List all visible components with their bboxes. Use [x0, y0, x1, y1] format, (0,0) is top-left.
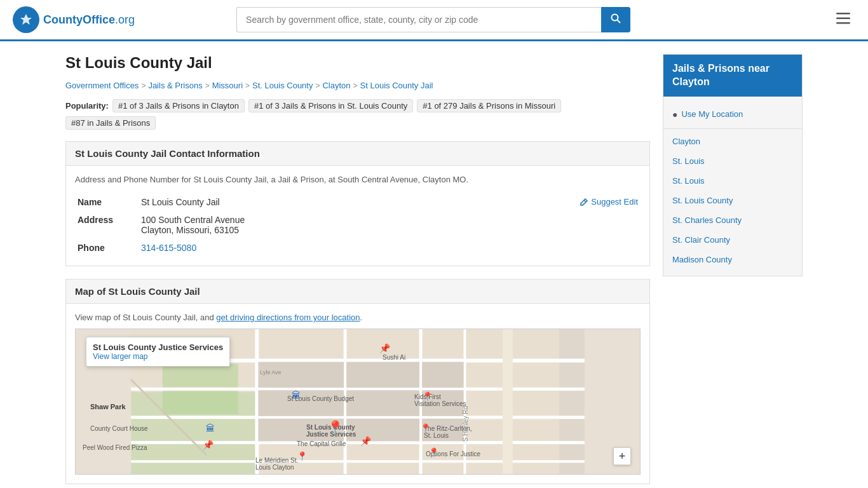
- phone-value: 314-615-5080: [139, 239, 641, 257]
- menu-button[interactable]: [831, 9, 855, 30]
- map-zoom-in-button[interactable]: +: [613, 447, 631, 465]
- contact-section: St Louis County Jail Contact Information…: [65, 141, 650, 266]
- breadcrumb-link-clayton[interactable]: Clayton: [322, 81, 350, 90]
- breadcrumb: Government Offices > Jails & Prisons > M…: [65, 81, 650, 90]
- map-intro: View map of St Louis County Jail, and ge…: [75, 313, 641, 322]
- sushi-ai-label: Sushi Ai: [381, 353, 407, 362]
- map-container[interactable]: Lyle Ave St Louis County Justice Service…: [75, 329, 641, 475]
- popularity-label: Popularity:: [65, 101, 109, 111]
- svg-point-2: [612, 15, 618, 21]
- map-section-header: Map of St Louis County Jail: [66, 280, 649, 304]
- svg-rect-31: [422, 362, 463, 388]
- main-content: St Louis County Jail Government Offices …: [65, 54, 650, 488]
- table-row-name: Name St Louis County Jail Suggest Edit: [75, 193, 641, 211]
- breadcrumb-link-jails[interactable]: Jails & Prisons: [148, 81, 202, 90]
- contact-section-header: St Louis County Jail Contact Information: [66, 142, 649, 166]
- page-title: St Louis County Jail: [65, 54, 650, 72]
- sidebar-link-stl-county[interactable]: St. Louis County: [663, 191, 802, 210]
- breadcrumb-link-missouri[interactable]: Missouri: [212, 81, 243, 90]
- svg-line-3: [618, 20, 621, 24]
- bc-sep: >: [245, 81, 250, 90]
- breadcrumb-link-stl-county[interactable]: St. Louis County: [252, 81, 313, 90]
- sidebar-body: ● Use My Location Clayton St. Louis St. …: [663, 97, 802, 276]
- breadcrumb-link-jail[interactable]: St Louis County Jail: [360, 81, 433, 90]
- breadcrumb-link-gov-offices[interactable]: Government Offices: [65, 81, 139, 90]
- svg-rect-11: [559, 329, 585, 474]
- table-row-address: Address 100 South Central Avenue Clayton…: [75, 211, 641, 239]
- logo[interactable]: CountyOffice.org: [13, 6, 135, 33]
- svg-line-7: [584, 200, 586, 202]
- phone-link[interactable]: 314-615-5080: [141, 243, 196, 253]
- search-button[interactable]: [601, 7, 630, 32]
- bc-sep: >: [315, 81, 320, 90]
- main-pin: 📍: [327, 420, 344, 437]
- map-popup: St Louis County Justice Services View la…: [86, 337, 230, 367]
- phone-label: Phone: [75, 239, 139, 257]
- popularity-badge-4: #87 in Jails & Prisons: [65, 116, 156, 130]
- svg-text:Lyle Ave: Lyle Ave: [260, 369, 281, 376]
- s-hanley-label: S Hanley Rd: [460, 405, 471, 442]
- capital-grille-pin: 📌: [360, 436, 371, 446]
- map-popup-title: St Louis County Justice Services: [93, 342, 223, 352]
- contact-section-body: Address and Phone Number for St Louis Co…: [66, 166, 649, 266]
- sushi-ai-pin: 📌: [379, 343, 390, 353]
- peel-wood-label: Peel Wood Fired Pizza: [81, 444, 149, 452]
- county-court-house-label: County Court House: [88, 424, 150, 433]
- meridien-pin: 📍: [297, 451, 308, 461]
- search-input[interactable]: [236, 7, 601, 32]
- directions-link[interactable]: get driving directions from your locatio…: [216, 313, 360, 322]
- budget-pin: 🏛: [292, 390, 301, 400]
- sidebar-link-madison[interactable]: Madison County: [663, 250, 802, 269]
- popularity-badge-1: #1 of 3 Jails & Prisons in Clayton: [112, 99, 245, 112]
- suggest-edit-button[interactable]: Suggest Edit: [580, 197, 638, 207]
- sidebar-link-stclair[interactable]: St. Clair County: [663, 230, 802, 250]
- site-header: CountyOffice.org: [0, 0, 868, 41]
- use-my-location-link[interactable]: ● Use My Location: [663, 103, 802, 126]
- search-bar: [236, 7, 630, 32]
- sidebar-link-stlouis-2[interactable]: St. Louis: [663, 171, 802, 191]
- sidebar-link-clayton[interactable]: Clayton: [663, 132, 802, 151]
- contact-table: Name St Louis County Jail Suggest Edit: [75, 193, 641, 257]
- capital-grille-label: The Capital Grille: [295, 440, 348, 448]
- kids-first-pin: 📍: [422, 391, 433, 402]
- options-justice-pin: 📍: [428, 447, 439, 458]
- sidebar-title: Jails & Prisons near Clayton: [663, 55, 802, 97]
- contact-intro: Address and Phone Number for St Louis Co…: [75, 175, 641, 184]
- svg-rect-6: [836, 22, 850, 24]
- table-row-phone: Phone 314-615-5080: [75, 239, 641, 257]
- popularity-badge-3: #1 of 279 Jails & Prisons in Missouri: [417, 99, 561, 112]
- sidebar-divider: [663, 128, 802, 129]
- bc-sep: >: [353, 81, 358, 90]
- sidebar-link-stcharles[interactable]: St. Charles County: [663, 210, 802, 230]
- svg-rect-30: [346, 362, 419, 388]
- suggest-edit-label: Suggest Edit: [591, 197, 638, 207]
- logo-icon: [13, 6, 39, 33]
- use-location-label: Use My Location: [681, 109, 743, 119]
- sidebar-link-stlouis-1[interactable]: St. Louis: [663, 151, 802, 171]
- name-label: Name: [75, 193, 139, 211]
- logo-county: CountyOffice: [43, 13, 115, 26]
- address-label: Address: [75, 211, 139, 239]
- address-value: 100 South Central Avenue Clayton, Missou…: [139, 211, 641, 239]
- popularity-badge-2: #1 of 3 Jails & Prisons in St. Louis Cou…: [248, 99, 413, 112]
- bc-sep: >: [205, 81, 210, 90]
- meridien-label: Le Méridien St.Louis Clayton: [254, 456, 300, 471]
- map-section-body: View map of St Louis County Jail, and ge…: [66, 304, 649, 484]
- svg-rect-32: [503, 329, 513, 474]
- name-value: St Louis County Jail Suggest Edit: [139, 193, 641, 211]
- svg-rect-4: [836, 13, 850, 15]
- shaw-park-label: Shaw Park: [88, 402, 128, 411]
- sidebar-box: Jails & Prisons near Clayton ● Use My Lo…: [663, 54, 803, 276]
- main-wrapper: St Louis County Jail Government Offices …: [53, 41, 815, 488]
- sidebar: Jails & Prisons near Clayton ● Use My Lo…: [663, 54, 803, 488]
- logo-text: CountyOffice.org: [43, 13, 135, 27]
- popularity-section: Popularity: #1 of 3 Jails & Prisons in C…: [65, 99, 650, 130]
- map-section: Map of St Louis County Jail View map of …: [65, 279, 650, 484]
- logo-org: .org: [115, 13, 135, 26]
- view-larger-map-link[interactable]: View larger map: [93, 352, 147, 361]
- ritz-pin: 📍: [420, 423, 431, 433]
- bc-sep: >: [141, 81, 146, 90]
- peel-wood-pin: 📌: [203, 440, 214, 450]
- county-courthouse-pin: 🏛: [206, 423, 215, 433]
- svg-rect-5: [836, 18, 850, 20]
